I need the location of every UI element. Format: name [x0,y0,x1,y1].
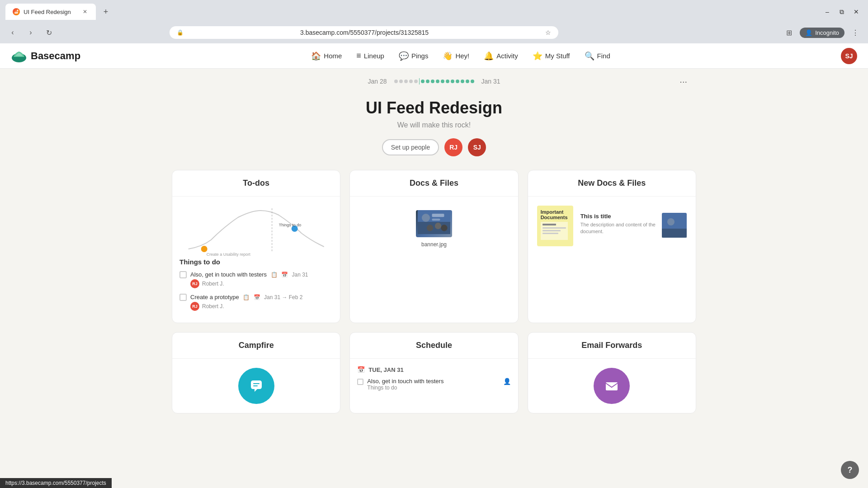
svg-rect-21 [662,229,687,238]
schedule-card-header: Schedule [350,333,518,359]
svg-text:Things to do: Things to do [279,223,302,227]
basecamp-logo-icon [11,48,27,64]
file-name: banner.jpg [421,241,447,248]
nav-home[interactable]: 🏠 Home [305,47,348,65]
status-url: https://3.basecamp.com/5550377/projects [5,480,106,486]
new-docs-card-header: New Docs & Files [528,170,696,197]
campfire-icon[interactable] [238,368,274,404]
svg-rect-9 [432,214,444,217]
svg-text:Create a Usability report: Create a Usability report [207,252,251,257]
maximize-button[interactable]: ⧉ [835,5,848,18]
article-desc: The description and content of the docum… [580,221,658,235]
incognito-label: Incognito [815,29,839,36]
svg-point-8 [422,214,430,222]
setup-people-button[interactable]: Set up people [382,139,439,155]
app-nav-items: 🏠 Home ≡ Lineup 💬 Pings 👋 Hey! 🔔 Activit… [80,47,841,65]
minimize-button[interactable]: – [821,5,834,18]
todo-meta-2: RJ Robert J. [190,302,302,311]
nav-my-stuff-label: My Stuff [545,52,570,60]
todo-text-2: Create a prototype [190,294,239,300]
hey-icon: 👋 [443,51,453,61]
member-avatar-rj[interactable]: RJ [444,138,462,156]
article-doc-item[interactable]: This is title The description and conten… [580,213,687,239]
bookmark-icon[interactable]: ☆ [545,29,551,36]
project-actions: Set up people RJ SJ [172,138,696,156]
svg-point-13 [441,225,447,231]
nav-my-stuff[interactable]: ⭐ My Stuff [526,47,576,65]
nav-pings[interactable]: 💬 Pings [392,47,435,65]
todos-card-body: Create a Usability report Things to do T… [172,197,340,323]
article-title: This is title [580,213,658,220]
address-bar: ‹ › ↻ 🔒 3.basecamp.com/5550377/projects/… [0,23,868,43]
todo-item-content-2: Create a prototype 📋 📅 Jan 31 → Feb 2 RJ… [190,293,302,311]
email-icon[interactable] [594,368,630,404]
tl-dot-4 [409,80,413,83]
important-docs-item[interactable]: Important Documents [537,206,573,246]
svg-rect-18 [542,233,558,234]
tl-dot-12 [451,80,454,83]
schedule-item-texts: Also, get in touch with testers Things t… [367,378,443,391]
tab-close-button[interactable]: ✕ [81,8,89,15]
schedule-item: Also, get in touch with testers Things t… [357,378,510,391]
nav-lineup[interactable]: ≡ Lineup [350,47,391,64]
todo-avatar-2: RJ [190,302,199,311]
campfire-card-header: Campfire [172,333,340,359]
tl-dot-11 [446,80,449,83]
user-avatar[interactable]: SJ [841,48,857,64]
todo-date-icon-1: 📅 [281,272,288,278]
schedule-checkbox[interactable] [357,379,363,385]
file-item[interactable]: banner.jpg [416,210,452,248]
todo-date-1: Jan 31 [292,272,308,278]
address-input[interactable]: 🔒 3.basecamp.com/5550377/projects/313258… [170,26,558,39]
schedule-calendar-icon: 📅 [357,366,365,373]
file-thumbnail [416,210,452,237]
schedule-item-text: Also, get in touch with testers [367,378,443,385]
todo-date-2: Jan 31 → Feb 2 [264,294,302,300]
browser-right-icons: ⊞ 👤 Incognito ⋮ [782,25,863,40]
nav-home-label: Home [324,52,342,60]
forward-button[interactable]: › [24,25,38,40]
back-button[interactable]: ‹ [5,25,20,40]
nav-pings-label: Pings [411,52,429,60]
todo-checkbox-1[interactable] [179,271,187,278]
todos-card-header: To-dos [172,170,340,197]
browser-menu-button[interactable]: ⋮ [848,25,863,40]
nav-find[interactable]: 🔍 Find [578,47,617,65]
svg-rect-16 [542,227,566,229]
member-avatar-sj[interactable]: SJ [468,138,486,156]
home-icon: 🏠 [311,51,321,61]
browser-tab[interactable]: 🏕 UI Feed Redesign ✕ [5,4,96,20]
docs-card-body: banner.jpg [350,197,518,262]
svg-point-20 [667,218,675,225]
todo-checkbox-2[interactable] [179,294,187,301]
incognito-badge: 👤 Incognito [800,28,844,38]
refresh-button[interactable]: ↻ [42,25,56,40]
schedule-card: Schedule 📅 TUE, JAN 31 Also, get in touc… [349,332,518,413]
close-button[interactable]: ✕ [850,5,863,18]
nav-lineup-label: Lineup [364,52,384,60]
timeline-more-button[interactable]: ··· [679,76,687,87]
email-forwards-card-body [528,359,696,413]
nav-hey[interactable]: 👋 Hey! [436,47,476,65]
new-tab-button[interactable]: + [99,5,112,18]
lineup-icon: ≡ [356,51,361,61]
help-button[interactable]: ? [841,461,859,479]
project-title: UI Feed Redesign [172,99,696,117]
main-content: Jan 28 Jan 31 ··· UI Feed Redesign We wi… [163,69,705,413]
new-docs-card: New Docs & Files Important Documents [528,170,696,323]
tl-dot-2 [399,80,403,83]
lock-icon: 🔒 [177,29,184,36]
todo-item-content: Also, get in touch with testers 📋 📅 Jan … [190,270,308,288]
timeline-start-date: Jan 28 [368,78,387,85]
doc-title: Important Documents [541,209,570,220]
todo-tag-icon-1: 📋 [271,272,278,278]
tl-dot-16 [471,80,474,83]
svg-rect-15 [542,224,556,225]
app-nav: Basecamp 🏠 Home ≡ Lineup 💬 Pings 👋 Hey! … [0,43,868,69]
nav-activity[interactable]: 🔔 Activity [477,47,524,65]
top-cards-grid: To-dos Create a Usability report [172,170,696,323]
extensions-button[interactable]: ⊞ [782,25,796,40]
app-logo[interactable]: Basecamp [11,48,80,64]
tl-dot-15 [466,80,469,83]
email-envelope-icon [602,376,622,396]
